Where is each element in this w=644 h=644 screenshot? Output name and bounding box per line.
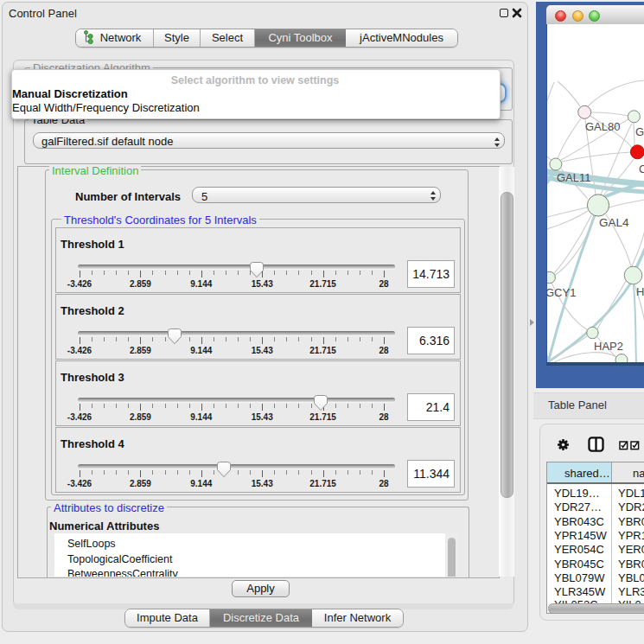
svg-text:C: C <box>639 163 644 175</box>
svg-text:GAL80: GAL80 <box>585 120 620 133</box>
svg-text:GA: GA <box>635 125 644 138</box>
svg-text:GCY1: GCY1 <box>547 286 576 299</box>
svg-text:GAL11: GAL11 <box>557 171 591 184</box>
svg-text:GAL4: GAL4 <box>599 216 629 229</box>
svg-text:HAP2: HAP2 <box>594 340 623 353</box>
svg-text:H: H <box>636 285 644 298</box>
